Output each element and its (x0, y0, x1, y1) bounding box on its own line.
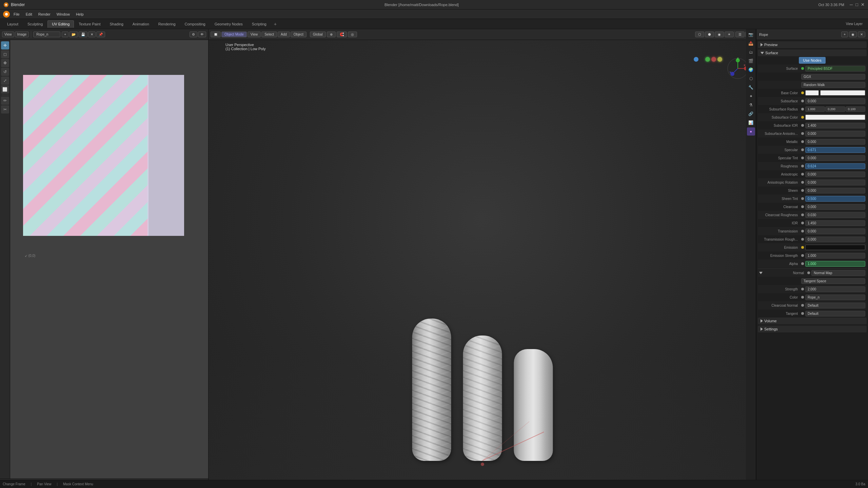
surface-section-header[interactable]: Surface (758, 49, 867, 56)
prop-icon-object[interactable]: ⬡ (747, 75, 755, 83)
viewport-select-menu[interactable]: Select (261, 32, 277, 37)
surface-type-value[interactable]: Principled BSDF (805, 66, 865, 72)
clearcoat-normal-value[interactable]: Default (805, 303, 865, 308)
normal-color-value[interactable]: Rope_n (805, 294, 865, 300)
prop-icon-physics[interactable]: ⚗ (747, 101, 755, 109)
uv-tool-seam[interactable]: ✂ (1, 105, 9, 114)
close-button[interactable]: ✕ (861, 2, 865, 7)
prop-icon-scene[interactable]: 🎬 (747, 57, 755, 65)
tangent-value[interactable]: Default (805, 311, 865, 317)
subsurface-method-value[interactable]: Random Walk (801, 82, 865, 88)
specular-tint-value[interactable]: 0.000 (805, 155, 865, 161)
viewport-object-mode-btn[interactable]: Object Mode (221, 32, 247, 37)
subsurface-r-z[interactable]: 0.100 (846, 106, 865, 112)
uv-canvas-area[interactable]: ↙ (0,0) (12, 50, 195, 260)
uv-pin-btn[interactable]: 📌 (96, 32, 105, 37)
viewport-render-shade[interactable]: ☀ (725, 32, 734, 37)
aniso-rotation-value[interactable]: 0.000 (805, 180, 865, 185)
uv-image-btn[interactable]: Image (15, 32, 29, 37)
metallic-value[interactable]: 0.000 (805, 139, 865, 145)
subsurface-r-x[interactable]: 1.000 (805, 106, 825, 112)
subsurface-aniso-value[interactable]: 0.000 (805, 131, 865, 137)
prop-icon-render[interactable]: 📷 (747, 30, 755, 39)
uv-tool-select[interactable]: ◻ (1, 50, 9, 58)
menu-edit[interactable]: Edit (23, 12, 35, 17)
normal-space-value[interactable]: Tangent Space (801, 278, 865, 284)
distribution-value[interactable]: GGX (801, 74, 865, 80)
menu-help[interactable]: Help (73, 12, 86, 17)
menu-render[interactable]: Render (36, 12, 53, 17)
uv-close-btn[interactable]: ✕ (88, 32, 96, 37)
prop-unlink-btn[interactable]: ✕ (858, 32, 865, 37)
viewport-add-menu[interactable]: Add (278, 32, 290, 37)
viewport-transform-orient[interactable]: ⊕ (327, 32, 336, 37)
subsurface-color-swatch[interactable] (805, 115, 865, 120)
clearcoat-value[interactable]: 0.000 (805, 204, 865, 210)
clearcoat-roughness-value[interactable]: 0.030 (805, 212, 865, 218)
viewport-proportional-btn[interactable]: ◎ (348, 32, 357, 37)
uv-tool-scale[interactable]: ⤢ (1, 77, 9, 85)
tab-texture-paint[interactable]: Texture Paint (74, 20, 105, 28)
uv-display-btn[interactable]: ⚙ (190, 32, 197, 37)
normal-type-value[interactable]: Normal Map (811, 270, 865, 276)
tab-geometry-nodes[interactable]: Geometry Nodes (210, 20, 247, 28)
viewport-view-menu[interactable]: View (248, 32, 261, 37)
base-color-swatch[interactable] (805, 90, 819, 96)
prop-icon-view-layer[interactable]: 🗂 (747, 48, 755, 56)
prop-icon-modifier[interactable]: 🔧 (747, 83, 755, 92)
tab-rendering[interactable]: Rendering (154, 20, 180, 28)
sheen-tint-value[interactable]: 0.500 (805, 196, 865, 202)
normal-strength-value[interactable]: 2.000 (805, 286, 865, 292)
viewport-wire-shade[interactable]: ⬡ (695, 32, 704, 37)
3d-viewport-scene[interactable]: User Perspective (1) Collection | Low Po… (209, 40, 756, 488)
uv-save-btn[interactable]: 💾 (79, 32, 87, 37)
volume-section-header[interactable]: Volume (758, 318, 867, 324)
tab-compositing[interactable]: Compositing (180, 20, 210, 28)
settings-section-header[interactable]: Settings (758, 326, 867, 332)
subsurface-value[interactable]: 0.000 (805, 98, 865, 104)
base-color-bar[interactable] (820, 90, 865, 96)
emission-strength-value[interactable]: 1.000 (805, 253, 865, 259)
transmission-value[interactable]: 0.000 (805, 228, 865, 234)
prop-icon-output[interactable]: 📤 (747, 39, 755, 47)
preview-section-header[interactable]: Preview (758, 41, 867, 48)
prop-browse-btn[interactable]: ◉ (849, 32, 857, 37)
sheen-value[interactable]: 0.000 (805, 188, 865, 194)
trans-roughness-value[interactable]: 0.000 (805, 237, 865, 242)
prop-icon-data[interactable]: 📊 (747, 119, 755, 127)
prop-icon-material[interactable]: ● (747, 127, 755, 136)
minimize-button[interactable]: ─ (850, 2, 853, 7)
uv-view-settings-btn[interactable]: 👁 (198, 32, 206, 37)
tab-scripting[interactable]: Scripting (248, 20, 271, 28)
viewport-snap-btn[interactable]: 🧲 (337, 32, 347, 37)
normal-expand-icon[interactable] (759, 272, 763, 274)
uv-view-btn[interactable]: View (2, 32, 14, 37)
alpha-value[interactable]: 1.000 (805, 261, 865, 267)
anisotropic-value[interactable]: 0.000 (805, 171, 865, 177)
viewport-object-menu[interactable]: Object (291, 32, 307, 37)
uv-new-btn[interactable]: + (62, 32, 68, 37)
prop-new-btn[interactable]: + (841, 32, 848, 37)
ior-value[interactable]: 1.450 (805, 220, 865, 226)
roughness-value[interactable]: 0.624 (805, 163, 865, 169)
uv-tool-cursor[interactable]: ✛ (1, 41, 9, 49)
specular-value[interactable]: 0.671 (805, 147, 865, 153)
subsurface-ior-value[interactable]: 1.400 (805, 123, 865, 128)
uv-tool-rotate[interactable]: ↺ (1, 68, 9, 76)
uv-tool-annotate[interactable]: ✏ (1, 97, 9, 105)
tab-shading[interactable]: Shading (105, 20, 127, 28)
add-workspace-button[interactable]: + (271, 20, 279, 28)
maximize-button[interactable]: □ (855, 2, 858, 7)
uv-tool-transform[interactable]: ⬜ (1, 85, 9, 94)
tab-layout[interactable]: Layout (3, 20, 23, 28)
uv-open-btn[interactable]: 📂 (69, 32, 78, 37)
emission-color-swatch[interactable] (805, 245, 865, 250)
tab-sculpting[interactable]: Sculpting (23, 20, 47, 28)
subsurface-r-y[interactable]: 0.200 (825, 106, 845, 112)
uv-tool-move[interactable]: ✥ (1, 59, 9, 67)
viewport-solid-shade[interactable]: ⬢ (705, 32, 714, 37)
use-nodes-button[interactable]: Use Nodes (799, 57, 825, 64)
tab-animation[interactable]: Animation (128, 20, 154, 28)
prop-icon-world[interactable]: 🌍 (747, 66, 755, 74)
viewport-material-shade[interactable]: ◉ (715, 32, 724, 37)
